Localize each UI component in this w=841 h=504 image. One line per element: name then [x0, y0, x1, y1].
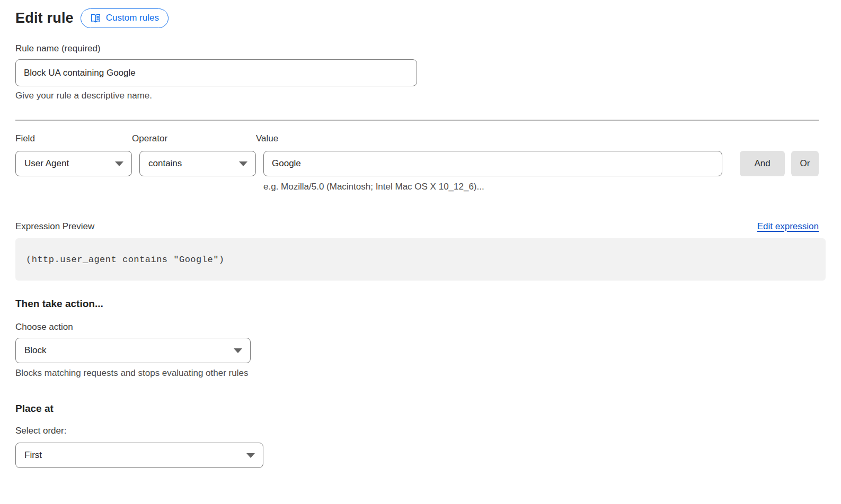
section-divider	[15, 120, 819, 121]
chevron-down-icon	[234, 348, 242, 353]
condition-row: Field User Agent Operator contains Value…	[15, 133, 841, 176]
field-label: Field	[15, 133, 132, 144]
operator-selected-value: contains	[148, 158, 182, 169]
and-button[interactable]: And	[740, 151, 785, 176]
edit-rule-page: Edit rule Custom rules Rule name (requir…	[0, 0, 841, 468]
operator-column: Operator contains	[132, 133, 256, 176]
field-select[interactable]: User Agent	[15, 151, 132, 176]
action-select[interactable]: Block	[15, 338, 251, 363]
action-section: Then take action... Choose action Block …	[15, 298, 841, 379]
or-button[interactable]: Or	[791, 151, 819, 176]
action-selected-value: Block	[24, 345, 47, 356]
book-icon	[90, 13, 101, 23]
select-order-label: Select order:	[15, 426, 841, 436]
choose-action-label: Choose action	[15, 322, 841, 332]
rule-name-help: Give your rule a descriptive name.	[15, 91, 841, 101]
placement-section: Place at Select order: First	[15, 403, 841, 468]
field-column: Field User Agent	[15, 133, 132, 176]
expression-header: Expression Preview Edit expression	[15, 221, 819, 232]
field-selected-value: User Agent	[24, 158, 69, 169]
chevron-down-icon	[246, 453, 255, 458]
value-input[interactable]	[263, 151, 722, 176]
edit-expression-link[interactable]: Edit expression	[757, 221, 819, 232]
place-at-heading: Place at	[15, 403, 841, 415]
page-header: Edit rule Custom rules	[15, 8, 841, 28]
order-select[interactable]: First	[15, 443, 263, 468]
rule-name-label: Rule name (required)	[15, 43, 841, 54]
value-column: Value	[256, 133, 722, 176]
page-title: Edit rule	[15, 10, 74, 26]
expression-preview-box: (http.user_agent contains "Google")	[15, 238, 826, 281]
operator-select[interactable]: contains	[139, 151, 256, 176]
action-help: Blocks matching requests and stops evalu…	[15, 368, 841, 379]
chevron-down-icon	[239, 161, 247, 166]
custom-rules-label: Custom rules	[106, 13, 159, 23]
rule-name-section: Rule name (required) Give your rule a de…	[15, 43, 841, 101]
chevron-down-icon	[115, 161, 123, 166]
value-label: Value	[256, 133, 722, 144]
rule-name-input[interactable]	[15, 59, 417, 86]
value-help: e.g. Mozilla/5.0 (Macintosh; Intel Mac O…	[263, 182, 841, 192]
operator-label: Operator	[132, 133, 256, 144]
expression-code: (http.user_agent contains "Google")	[26, 255, 225, 265]
custom-rules-docs-button[interactable]: Custom rules	[81, 8, 169, 28]
action-heading: Then take action...	[15, 298, 841, 310]
order-selected-value: First	[24, 450, 42, 461]
expression-preview-label: Expression Preview	[15, 221, 94, 232]
